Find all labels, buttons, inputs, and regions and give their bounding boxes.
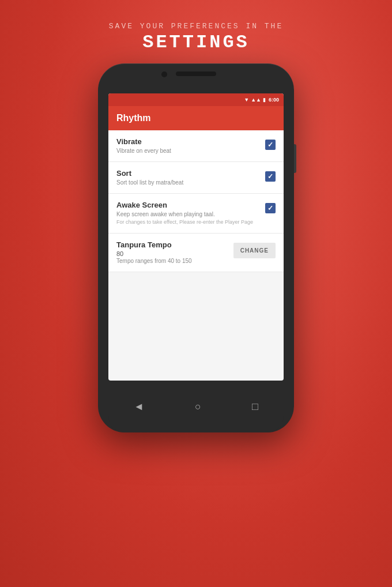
settings-vibrate-desc: Vibrate on every beat: [116, 147, 261, 155]
header-title: SETTINGS: [109, 32, 283, 53]
settings-sort-desc: Sort tool list by matra/beat: [116, 179, 261, 186]
settings-item-text-vibrate: Vibrate Vibrate on every beat: [116, 137, 261, 155]
nav-back-icon[interactable]: ◄: [134, 401, 144, 413]
settings-awake-desc: Keep screen awake when playing taal.: [116, 210, 261, 218]
sort-checkbox[interactable]: [265, 171, 276, 182]
settings-awake-note: For changes to take effect, Please re-en…: [116, 219, 261, 226]
settings-item-text-tempo: Tanpura Tempo 80 Tempo ranges from 40 to…: [116, 240, 229, 265]
settings-tempo-title: Tanpura Tempo: [116, 240, 229, 249]
settings-item-text-sort: Sort Sort tool list by matra/beat: [116, 169, 261, 186]
wifi-icon: ▼: [244, 97, 249, 103]
toolbar-title: Rhythm: [116, 113, 151, 123]
settings-vibrate-title: Vibrate: [116, 137, 261, 146]
phone-mockup: ▼ ▲▲ ▮ 6:00 Rhythm Vibrate Vibrate on ev…: [98, 63, 294, 432]
status-icons: ▼ ▲▲ ▮ 6:00: [244, 97, 279, 103]
phone-speaker: [176, 72, 216, 76]
nav-recent-icon[interactable]: □: [252, 401, 258, 413]
settings-awake-title: Awake Screen: [116, 201, 261, 209]
app-toolbar: Rhythm: [108, 106, 284, 130]
phone-nav-bar: ◄ ○ □: [108, 381, 284, 432]
phone-camera: [161, 72, 167, 77]
page-header: SAVE YOUR PREFERENCES IN THE SETTINGS: [109, 22, 283, 53]
status-time: 6:00: [269, 97, 279, 103]
settings-tempo-desc: Tempo ranges from 40 to 150: [116, 257, 229, 265]
settings-sort-title: Sort: [116, 169, 261, 178]
settings-item-sort[interactable]: Sort Sort tool list by matra/beat: [108, 162, 284, 194]
phone-screen: ▼ ▲▲ ▮ 6:00 Rhythm Vibrate Vibrate on ev…: [108, 93, 284, 381]
settings-item-tempo[interactable]: Tanpura Tempo 80 Tempo ranges from 40 to…: [108, 234, 284, 272]
header-subtitle: SAVE YOUR PREFERENCES IN THE: [109, 22, 283, 31]
settings-item-awake[interactable]: Awake Screen Keep screen awake when play…: [108, 194, 284, 234]
settings-tempo-value: 80: [116, 250, 229, 257]
settings-item-vibrate[interactable]: Vibrate Vibrate on every beat: [108, 130, 284, 162]
vibrate-checkbox[interactable]: [265, 140, 276, 150]
settings-list: Vibrate Vibrate on every beat Sort Sort …: [108, 130, 284, 272]
nav-home-icon[interactable]: ○: [195, 401, 201, 413]
signal-icon: ▲▲: [251, 97, 261, 103]
awake-checkbox[interactable]: [265, 203, 276, 213]
status-bar: ▼ ▲▲ ▮ 6:00: [108, 93, 284, 106]
settings-item-text-awake: Awake Screen Keep screen awake when play…: [116, 201, 261, 226]
battery-icon: ▮: [263, 97, 266, 103]
phone-side-button: [294, 144, 296, 173]
change-button[interactable]: CHANGE: [233, 243, 276, 258]
phone-body: ▼ ▲▲ ▮ 6:00 Rhythm Vibrate Vibrate on ev…: [98, 63, 294, 432]
